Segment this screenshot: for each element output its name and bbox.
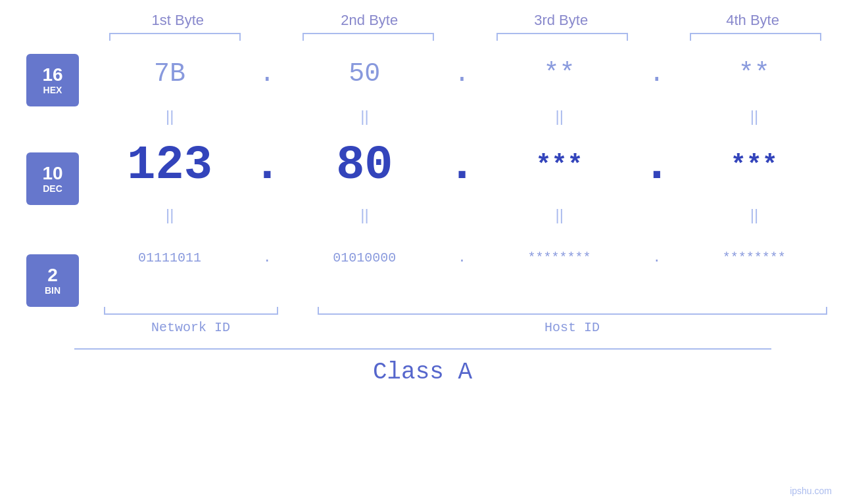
dec-val-4: ***: [677, 151, 832, 181]
hex-val-1: 7B: [92, 59, 247, 89]
equals-4: ||: [677, 107, 832, 126]
equals-row-2: || || || ||: [92, 198, 832, 231]
bin-badge: 2 BIN: [26, 254, 79, 307]
hex-badge-number: 16: [42, 65, 62, 85]
byte1-label: 1st Byte: [105, 12, 250, 29]
hex-badge: 16 HEX: [26, 54, 79, 106]
badges-column: 16 HEX 10 DEC 2 BIN: [0, 47, 92, 307]
dec-badge: 10 DEC: [26, 152, 79, 205]
top-brackets: [104, 33, 827, 41]
bracket-top-3: [496, 33, 628, 41]
hex-dot-1: .: [247, 59, 287, 89]
hex-val-3: **: [482, 59, 637, 89]
bin-val-3: ********: [482, 250, 637, 265]
hex-badge-label: HEX: [43, 85, 62, 95]
bracket-top-4: [690, 33, 821, 41]
full-bottom-line: [74, 348, 771, 350]
bin-badge-label: BIN: [45, 286, 60, 296]
byte3-label: 3rd Byte: [489, 12, 633, 29]
hex-val-4: **: [677, 59, 832, 89]
network-id-label: Network ID: [104, 320, 278, 335]
data-rows: 7B . 50 . ** . ** || || || || 123: [92, 47, 832, 307]
equals-2: ||: [287, 107, 442, 126]
bracket-top-2: [302, 33, 434, 41]
bin-dot-3: .: [637, 250, 677, 265]
dec-badge-number: 10: [42, 164, 62, 184]
dec-val-1: 123: [92, 139, 247, 193]
byte2-label: 2nd Byte: [297, 12, 442, 29]
bracket-top-1: [109, 33, 241, 41]
dec-val-2: 80: [287, 139, 442, 193]
equals2-4: ||: [677, 206, 832, 224]
hex-dot-3: .: [637, 59, 677, 89]
bracket-bottom-network: [104, 307, 278, 315]
bin-dot-1: .: [247, 250, 287, 265]
dec-val-3: ***: [482, 151, 637, 181]
bin-val-4: ********: [677, 250, 832, 265]
bin-val-1: 01111011: [92, 250, 247, 265]
equals2-2: ||: [287, 206, 442, 224]
bracket-bottom-host: [318, 307, 827, 315]
equals2-1: ||: [92, 206, 247, 224]
dec-row: 123 . 80 . *** . ***: [92, 133, 832, 198]
bin-badge-number: 2: [47, 265, 58, 286]
dec-dot-3: .: [637, 139, 677, 193]
equals-3: ||: [482, 107, 637, 126]
bottom-brackets: [104, 307, 827, 315]
bin-val-2: 01010000: [287, 250, 442, 265]
equals2-3: ||: [482, 206, 637, 224]
hex-val-2: 50: [287, 59, 442, 89]
main-container: 1st Byte 2nd Byte 3rd Byte 4th Byte 16 H…: [0, 0, 845, 504]
equals-1: ||: [92, 107, 247, 126]
hex-row: 7B . 50 . ** . **: [92, 47, 832, 100]
dec-dot-1: .: [247, 139, 287, 193]
class-label: Class A: [0, 359, 845, 386]
id-labels: Network ID Host ID: [104, 320, 827, 335]
host-id-label: Host ID: [318, 320, 827, 335]
bin-dot-2: .: [443, 250, 482, 265]
byte4-label: 4th Byte: [681, 12, 825, 29]
hex-dot-2: .: [443, 59, 482, 89]
dec-badge-label: DEC: [43, 184, 62, 194]
equals-row-1: || || || ||: [92, 100, 832, 133]
bin-row: 01111011 . 01010000 . ******** . *******…: [92, 231, 832, 284]
watermark: ipshu.com: [790, 486, 832, 496]
byte-labels-row: 1st Byte 2nd Byte 3rd Byte 4th Byte: [104, 12, 827, 29]
dec-dot-2: .: [443, 139, 482, 193]
content-section: 16 HEX 10 DEC 2 BIN: [0, 47, 845, 307]
